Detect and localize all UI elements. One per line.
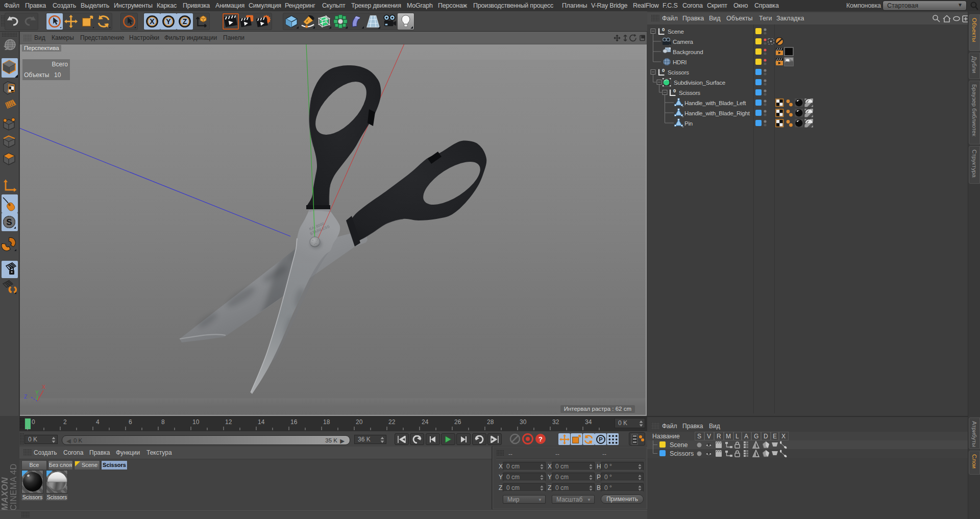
svg-text:0: 0 (662, 67, 665, 73)
svg-text:0: 0 (32, 418, 35, 426)
svg-text:18: 18 (323, 418, 330, 426)
svg-text:14: 14 (258, 418, 265, 426)
svg-text:P: P (599, 436, 603, 442)
svg-text:S: S (697, 433, 701, 440)
svg-text:Z: Z (24, 393, 28, 400)
svg-text:E: E (773, 433, 777, 440)
svg-text:Название: Название (652, 433, 680, 440)
svg-text:10: 10 (192, 418, 200, 426)
svg-text:34: 34 (585, 418, 592, 426)
svg-text:Scene: Scene (670, 441, 688, 449)
svg-text:26: 26 (454, 418, 461, 426)
svg-text:Y: Y (35, 389, 39, 396)
svg-text:22: 22 (388, 418, 396, 426)
svg-text:32: 32 (552, 418, 559, 426)
svg-text:Camera: Camera (673, 39, 694, 45)
svg-text:4: 4 (96, 418, 100, 426)
svg-text:G: G (754, 433, 758, 440)
svg-text:Pin: Pin (684, 120, 693, 127)
svg-text:30: 30 (520, 418, 527, 426)
svg-text:M: M (726, 433, 731, 440)
svg-text:X: X (42, 384, 45, 390)
svg-text:HDRI: HDRI (673, 59, 687, 65)
svg-text:Background: Background (673, 49, 703, 55)
svg-text:D: D (764, 433, 768, 440)
svg-text:Handle_with_Blade_Left: Handle_with_Blade_Left (684, 100, 746, 106)
svg-text:A: A (744, 433, 748, 440)
svg-text:X: X (781, 433, 786, 440)
svg-text:6: 6 (129, 418, 132, 426)
svg-text:8: 8 (161, 418, 165, 426)
svg-text:Z: Z (183, 17, 187, 26)
svg-text:Handle_with_Blade_Right: Handle_with_Blade_Right (684, 110, 750, 116)
svg-text:16: 16 (290, 418, 298, 426)
svg-text:24: 24 (422, 418, 429, 426)
svg-text:Subdivision_Surface: Subdivision_Surface (674, 80, 725, 86)
svg-text:Scissors: Scissors (670, 450, 694, 457)
svg-text:12: 12 (225, 418, 232, 426)
svg-text:S: S (6, 217, 12, 227)
svg-text:L: L (736, 433, 739, 440)
svg-text:Scissors: Scissors (668, 69, 689, 76)
svg-text:2: 2 (63, 418, 67, 426)
svg-text:28: 28 (487, 418, 494, 426)
svg-text:0: 0 (662, 27, 665, 32)
svg-text:20: 20 (356, 418, 363, 426)
svg-text:X: X (150, 17, 155, 26)
svg-text:Scissors: Scissors (679, 90, 700, 96)
svg-text:?: ? (538, 435, 543, 443)
svg-text:0: 0 (673, 88, 676, 93)
svg-text:V: V (707, 433, 711, 440)
svg-text:Scene: Scene (668, 29, 684, 35)
svg-text:Y: Y (166, 17, 171, 26)
svg-text:R: R (717, 433, 721, 440)
